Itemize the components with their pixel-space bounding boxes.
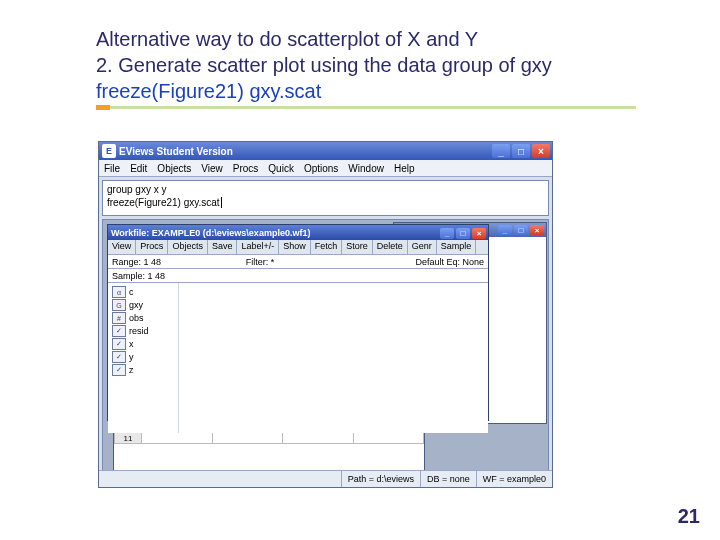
menu-objects[interactable]: Objects [157,163,191,174]
menubar: File Edit Objects View Procs Quick Optio… [99,160,552,177]
series-icon: ✓ [112,325,126,337]
heading-line2: 2. Generate scatter plot using the data … [96,54,552,76]
obj-label: y [129,352,134,362]
hidden1-close[interactable]: × [530,225,544,235]
menu-quick[interactable]: Quick [268,163,294,174]
menu-window[interactable]: Window [348,163,384,174]
close-button[interactable]: × [532,144,550,158]
heading-underline [96,106,636,109]
wf-tool-sample[interactable]: Sample [437,240,477,254]
list-item[interactable]: ✓x [110,338,176,350]
group-icon: G [112,299,126,311]
wf-tool-objects[interactable]: Objects [168,240,208,254]
maximize-button[interactable]: □ [512,144,530,158]
hidden1-min[interactable]: _ [498,225,512,235]
obj-label: c [129,287,134,297]
mdi-client: _ □ × anspecFitl 10 10.00300 0.005147 1 [102,219,549,485]
wf-tool-fetch[interactable]: Fetch [311,240,343,254]
menu-edit[interactable]: Edit [130,163,147,174]
titlebar[interactable]: E EViews Student Version _ □ × [99,142,552,160]
heading-command: freeze(Figure21) gxy.scat [96,80,321,102]
series-icon: ✓ [112,364,126,376]
command-box[interactable]: group gxy x y freeze(Figure21) gxy.scat [102,180,549,216]
series-icon: ✓ [112,351,126,363]
list-item[interactable]: Ggxy [110,299,176,311]
wf-tool-store[interactable]: Store [342,240,373,254]
workfile-toolbar: View Procs Objects Save Label+/- Show Fe… [108,240,488,255]
command-line-2: freeze(Figure21) gxy.scat [107,196,544,209]
wf-tool-genr[interactable]: Genr [408,240,437,254]
wf-tool-view[interactable]: View [108,240,136,254]
obj-label: x [129,339,134,349]
wf-tool-label[interactable]: Label+/- [237,240,279,254]
wf-defeq: Default Eq: None [324,257,488,267]
wf-sample: Sample: 1 48 [108,271,169,281]
wf-tool-procs[interactable]: Procs [136,240,168,254]
menu-help[interactable]: Help [394,163,415,174]
heading-line1: Alternative way to do scatterplot of X a… [96,28,478,50]
title-text: EViews Student Version [119,146,233,157]
cell[interactable] [283,433,354,444]
status-db: DB = none [420,471,476,487]
status-path: Path = d:\eviews [341,471,420,487]
hidden1-max[interactable]: □ [514,225,528,235]
workfile-info: Range: 1 48 Filter: * Default Eq: None [108,255,488,269]
command-line-1: group gxy x y [107,183,544,196]
workfile-min[interactable]: _ [440,228,454,239]
list-item[interactable]: αc [110,286,176,298]
menu-view[interactable]: View [201,163,223,174]
obj-label: z [129,365,134,375]
workfile-close[interactable]: × [472,228,486,239]
workfile-window[interactable]: Workfile: EXAMPLE0 (d:\eviews\example0.w… [107,224,489,421]
wf-tool-show[interactable]: Show [279,240,311,254]
minimize-button[interactable]: _ [492,144,510,158]
eviews-window: E EViews Student Version _ □ × File Edit… [98,141,553,488]
cell[interactable] [212,433,283,444]
list-item[interactable]: #obs [110,312,176,324]
page-number: 21 [678,505,700,528]
list-item[interactable]: ✓resid [110,325,176,337]
wf-tool-delete[interactable]: Delete [373,240,408,254]
eviews-icon: E [102,144,116,158]
cell[interactable] [353,433,424,444]
status-bar: Path = d:\eviews DB = none WF = example0 [99,470,552,487]
menu-file[interactable]: File [104,163,120,174]
menu-options[interactable]: Options [304,163,338,174]
obj-label: gxy [129,300,143,310]
obj-label: resid [129,326,149,336]
cell[interactable] [142,433,213,444]
wf-tool-save[interactable]: Save [208,240,238,254]
workfile-title: Workfile: EXAMPLE0 (d:\eviews\example0.w… [111,228,310,238]
coef-icon: α [112,286,126,298]
obj-label: obs [129,313,144,323]
wf-range: Range: 1 48 [108,257,196,267]
series-icon: # [112,312,126,324]
workfile-max[interactable]: □ [456,228,470,239]
table-row: 11 [115,433,424,444]
wf-filter: Filter: * [196,257,324,267]
list-item[interactable]: ✓y [110,351,176,363]
list-item[interactable]: ✓z [110,364,176,376]
status-wf: WF = example0 [476,471,552,487]
series-icon: ✓ [112,338,126,350]
object-list[interactable]: αc Ggxy #obs ✓resid ✓x ✓y ✓z [108,283,179,433]
slide-heading: Alternative way to do scatterplot of X a… [96,26,656,104]
row-num: 11 [115,433,142,444]
workfile-body: αc Ggxy #obs ✓resid ✓x ✓y ✓z [108,283,488,433]
menu-procs[interactable]: Procs [233,163,259,174]
